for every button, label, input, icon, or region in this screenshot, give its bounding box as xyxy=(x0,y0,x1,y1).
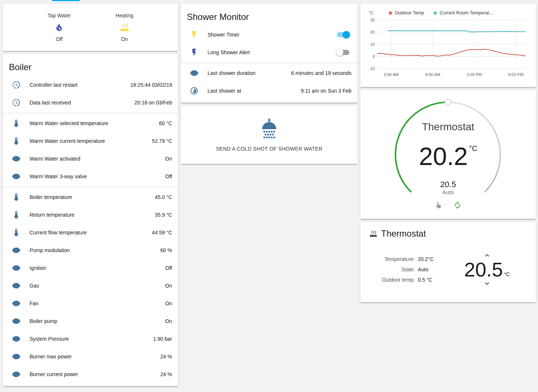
entity-row[interactable]: Warm Water 3-way valveOff xyxy=(3,168,178,185)
dial-actions xyxy=(360,201,536,209)
entity-value[interactable]: Off xyxy=(165,173,172,179)
long-shower-alert-toggle[interactable] xyxy=(337,50,349,55)
svg-text:8:00 AM: 8:00 AM xyxy=(425,72,440,77)
entity-value[interactable]: Off xyxy=(165,265,172,271)
glance-item-heating[interactable]: HeatingOn xyxy=(116,13,133,42)
thermostat-dial-card: Thermostat 20.2°C 20.5 Auto xyxy=(360,90,536,219)
entity-row[interactable]: Warm Water selected temperature60 °C xyxy=(3,114,178,132)
property-value: 0.5 °C xyxy=(418,277,434,283)
entity-value[interactable]: 1.90 bar xyxy=(153,336,172,342)
column-left: Tap WaterOffHeatingOn Boiler Controller … xyxy=(3,4,178,386)
entity-value[interactable]: 18:25:44 03/02/19 xyxy=(130,82,172,88)
entity-value[interactable]: 9:11 am on Sun 3 Feb xyxy=(301,88,352,94)
thermostat-info-card: Thermostat Temperature:20.2°CState:AutoO… xyxy=(360,222,536,302)
entity-row[interactable]: IgnitionOff xyxy=(3,259,178,277)
shower-entity-list: Shower TimerLong Shower AlertLast shower… xyxy=(181,26,357,100)
entity-row[interactable]: Current flow temperature44.59 °C xyxy=(3,224,178,241)
entity-label: Warm Water activated xyxy=(30,156,165,162)
entity-value[interactable]: 52.79 °C xyxy=(152,138,172,144)
fire-icon xyxy=(54,23,64,32)
progress-clock-icon xyxy=(12,98,21,107)
legend-items: Outdoor TempCurrent Room Temperat... xyxy=(389,10,493,16)
legend-label: Current Room Temperat... xyxy=(439,10,493,16)
entity-label: Warm Water current temperature xyxy=(30,138,152,144)
entity-row[interactable]: Data last received20:18 on 03/Feb xyxy=(3,94,178,111)
entity-value[interactable]: 6 minutes and 19 seconds xyxy=(291,70,352,76)
entity-label: Return temperature xyxy=(30,212,155,218)
entity-value[interactable]: On xyxy=(165,318,172,324)
radiator-icon xyxy=(120,23,129,32)
entity-value[interactable]: 60 % xyxy=(160,247,172,253)
current-temperature-value: 20.2 xyxy=(419,142,468,170)
entity-row[interactable]: Burner current power24 % xyxy=(3,365,178,383)
thermostat-info-header: Thermostat xyxy=(369,228,527,239)
svg-text:2:00 PM: 2:00 PM xyxy=(467,72,482,77)
eye-icon xyxy=(12,317,21,326)
entity-value[interactable]: On xyxy=(165,283,172,289)
cold-shot-card[interactable]: SEND A COLD SHOT OF SHOWER WATER xyxy=(181,106,357,164)
legend-dot xyxy=(389,11,392,15)
shower-timer-toggle[interactable] xyxy=(337,32,349,37)
entity-value[interactable]: 44.59 °C xyxy=(152,230,172,235)
flash-icon xyxy=(190,48,199,57)
cold-shot-button[interactable]: SEND A COLD SHOT OF SHOWER WATER xyxy=(216,146,323,152)
eye-icon xyxy=(12,154,21,163)
entity-row[interactable]: FanOn xyxy=(3,295,178,312)
thermometer-icon xyxy=(12,210,21,219)
boiler-entity-list: Controller last restart18:25:44 03/02/19… xyxy=(3,76,178,383)
boiler-card-title: Boiler xyxy=(3,59,178,76)
entity-value[interactable]: 35.9 °C xyxy=(155,212,172,218)
entity-value[interactable]: 24 % xyxy=(160,354,172,360)
thermometer-icon xyxy=(12,119,21,128)
entity-row[interactable]: Warm Water activatedOn xyxy=(3,150,178,168)
toggle-row[interactable]: Long Shower Alert xyxy=(181,44,357,61)
property-value: 20.2°C xyxy=(418,256,434,262)
shower-monitor-title: Shower Monitor xyxy=(181,9,357,26)
flash-icon xyxy=(190,30,199,39)
legend-label: Outdoor Temp xyxy=(395,10,424,16)
autorenew-icon[interactable] xyxy=(453,201,462,209)
entity-value[interactable]: On xyxy=(165,156,172,162)
eye-icon xyxy=(12,264,21,272)
entity-value[interactable]: 20:18 on 03/Feb xyxy=(134,100,172,106)
entity-row[interactable]: Boiler temperature45.0 °C xyxy=(3,188,178,206)
entity-row[interactable]: Return temperature35.9 °C xyxy=(3,206,178,224)
glance-item-tap-water[interactable]: Tap WaterOff xyxy=(48,13,71,42)
entity-row[interactable]: Boiler pumpOn xyxy=(3,312,178,330)
entity-label: System Pressure xyxy=(30,336,153,342)
boiler-card: Boiler Controller last restart18:25:44 0… xyxy=(3,54,178,386)
entity-value[interactable]: 45.0 °C xyxy=(155,194,172,200)
radiator-icon xyxy=(369,230,377,238)
target-temperature-value: 20.5 xyxy=(464,259,503,279)
active-tab-indicator[interactable] xyxy=(52,0,80,1)
entity-row[interactable]: Warm Water current temperature52.79 °C xyxy=(3,132,178,150)
svg-text:30: 30 xyxy=(370,18,375,22)
decrease-temperature-button[interactable] xyxy=(481,279,493,288)
entity-row[interactable]: Last shower at9:11 am on Sun 3 Feb xyxy=(181,82,357,100)
entity-row[interactable]: Burner max power24 % xyxy=(3,348,178,365)
entity-row[interactable]: Last shower duration6 minutes and 19 sec… xyxy=(181,64,357,82)
thermometer-icon xyxy=(12,228,21,237)
entity-value[interactable]: 60 °C xyxy=(159,120,172,126)
property-label: State: xyxy=(382,267,415,272)
entity-label: Gas xyxy=(30,283,165,289)
entity-row[interactable]: Controller last restart18:25:44 03/02/19 xyxy=(3,76,178,94)
entity-row[interactable]: Pump modulation60 % xyxy=(3,241,178,259)
thermometer-icon xyxy=(12,137,21,145)
eye-icon xyxy=(12,299,21,308)
entity-label: Data last received xyxy=(30,100,134,106)
entity-label: Last shower duration xyxy=(208,70,291,76)
entity-row[interactable]: GasOn xyxy=(3,277,178,295)
svg-text:20: 20 xyxy=(370,30,375,34)
entity-value[interactable]: On xyxy=(165,300,172,306)
entity-label: Burner max power xyxy=(30,354,160,360)
shower-head-icon xyxy=(257,118,281,141)
dial-handle[interactable] xyxy=(445,99,451,106)
thermometer-icon xyxy=(12,193,21,202)
hand-pointing-icon[interactable] xyxy=(435,201,443,209)
toggle-row[interactable]: Shower Timer xyxy=(181,26,357,44)
entity-label: Burner current power xyxy=(30,371,160,377)
entity-row[interactable]: System Pressure1.90 bar xyxy=(3,330,178,348)
entity-value[interactable]: 24 % xyxy=(160,371,172,377)
divider xyxy=(3,113,178,113)
